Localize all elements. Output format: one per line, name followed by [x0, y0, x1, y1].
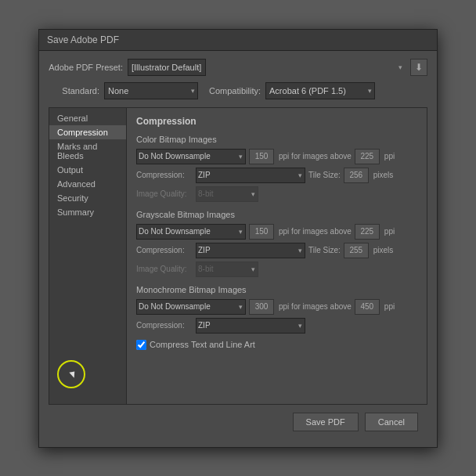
sidebar-item-marks-bleeds[interactable]: Marks and Bleeds: [49, 139, 126, 163]
mono-comp-wrapper[interactable]: ZIP: [196, 318, 305, 334]
mono-downsample-select[interactable]: Do Not Downsample: [136, 299, 246, 315]
preset-select[interactable]: [Illustrator Default]: [128, 59, 206, 76]
color-comp-select[interactable]: ZIP: [196, 168, 305, 183]
mono-ppi-input[interactable]: [249, 299, 274, 315]
standard-select-wrapper[interactable]: None: [104, 82, 198, 99]
sidebar-item-output[interactable]: Output: [49, 163, 126, 177]
color-bitmap-title: Color Bitmap Images: [136, 135, 417, 144]
gray-bitmap-title: Grayscale Bitmap Images: [136, 210, 417, 219]
standard-select[interactable]: None: [104, 82, 198, 99]
dialog-footer: Save PDF Cancel: [49, 405, 427, 439]
gray-tile-label: Tile Size:: [308, 246, 341, 254]
gray-above-label: ppi for images above: [279, 227, 352, 236]
cursor-pointer: [70, 372, 74, 377]
gray-comp-label: Compression:: [136, 246, 193, 254]
sidebar-item-general[interactable]: General: [49, 111, 126, 125]
color-above-label: ppi for images above: [279, 152, 352, 160]
dialog-titlebar: Save Adobe PDF: [39, 30, 437, 51]
gray-ppi-label: ppi: [384, 227, 395, 236]
preset-row: Adobe PDF Preset: [Illustrator Default] …: [49, 59, 427, 76]
gray-comp-select[interactable]: ZIP: [196, 243, 305, 258]
color-tile-label: Tile Size:: [308, 171, 341, 179]
sidebar-item-compression[interactable]: Compression: [49, 125, 126, 139]
color-above-input[interactable]: [355, 149, 380, 164]
dialog-title: Save Adobe PDF: [47, 34, 119, 45]
section-title: Compression: [136, 116, 417, 127]
compat-select-wrapper[interactable]: Acrobat 6 (PDF 1.5): [265, 82, 375, 99]
gray-downsample-row: Do Not Downsample ppi for images above p…: [136, 224, 417, 240]
cancel-button[interactable]: Cancel: [365, 413, 418, 431]
gray-downsample-wrapper[interactable]: Do Not Downsample: [136, 224, 246, 240]
gray-quality-label: Image Quality:: [136, 265, 193, 273]
compat-select[interactable]: Acrobat 6 (PDF 1.5): [265, 82, 375, 99]
color-quality-label: Image Quality:: [136, 189, 193, 198]
color-downsample-select[interactable]: Do Not Downsample: [136, 149, 246, 164]
gray-quality-row: Image Quality: 8-bit: [136, 261, 417, 277]
compress-text-label: Compress Text and Line Art: [150, 340, 255, 349]
gray-quality-select: 8-bit: [196, 261, 258, 277]
dialog-body: Adobe PDF Preset: [Illustrator Default] …: [39, 51, 437, 447]
gray-ppi-input[interactable]: [249, 224, 274, 240]
color-quality-select: 8-bit: [196, 186, 258, 202]
color-ppi-label: ppi: [384, 152, 395, 160]
mono-above-input[interactable]: [355, 299, 380, 315]
mono-downsample-wrapper[interactable]: Do Not Downsample: [136, 299, 246, 315]
color-pixels-label: pixels: [373, 171, 394, 179]
color-compression-row: Compression: ZIP Tile Size: pixels: [136, 168, 417, 183]
compress-text-checkbox[interactable]: [136, 340, 146, 350]
mono-comp-select[interactable]: ZIP: [196, 318, 305, 334]
mono-compression-row: Compression: ZIP: [136, 318, 417, 334]
mono-downsample-row: Do Not Downsample ppi for images above p…: [136, 299, 417, 315]
gray-above-input[interactable]: [355, 224, 380, 240]
gray-tile-input[interactable]: [344, 243, 369, 258]
main-panel: Compression Color Bitmap Images Do Not D…: [127, 107, 427, 405]
color-downsample-row: Do Not Downsample ppi for images above p…: [136, 149, 417, 164]
gray-comp-wrapper[interactable]: ZIP: [196, 243, 305, 258]
gray-pixels-label: pixels: [373, 246, 394, 254]
gray-downsample-select[interactable]: Do Not Downsample: [136, 224, 246, 240]
sidebar-item-security[interactable]: Security: [49, 191, 126, 205]
mono-comp-label: Compression:: [136, 321, 193, 330]
compatibility-label: Compatibility:: [209, 86, 261, 96]
sidebar-item-summary[interactable]: Summary: [49, 205, 126, 219]
color-quality-row: Image Quality: 8-bit: [136, 186, 417, 202]
gray-quality-wrapper: 8-bit: [196, 261, 258, 277]
mono-above-label: ppi for images above: [279, 302, 352, 311]
standard-label: Standard:: [49, 86, 99, 96]
save-pdf-dialog: Save Adobe PDF Adobe PDF Preset: [Illust…: [38, 29, 438, 448]
mono-bitmap-title: Monochrome Bitmap Images: [136, 285, 417, 294]
color-comp-wrapper[interactable]: ZIP: [196, 168, 305, 183]
preset-select-wrapper[interactable]: [Illustrator Default]: [128, 59, 406, 76]
sidebar-item-advanced[interactable]: Advanced: [49, 177, 126, 191]
cloud-icon: ⬇: [415, 62, 423, 73]
preset-icon-button[interactable]: ⬇: [410, 59, 427, 76]
compress-text-row: Compress Text and Line Art: [136, 340, 417, 350]
color-tile-input[interactable]: [344, 168, 369, 183]
content-area: General Compression Marks and Bleeds Out…: [49, 107, 427, 405]
gray-compression-row: Compression: ZIP Tile Size: pixels: [136, 243, 417, 258]
color-ppi-input[interactable]: [249, 149, 274, 164]
standard-row: Standard: None Compatibility: Acrobat 6 …: [49, 82, 427, 99]
mono-ppi-label: ppi: [384, 302, 395, 311]
color-comp-label: Compression:: [136, 171, 193, 179]
color-quality-wrapper: 8-bit: [196, 186, 258, 202]
save-pdf-button[interactable]: Save PDF: [293, 413, 359, 431]
color-downsample-wrapper[interactable]: Do Not Downsample: [136, 149, 246, 164]
sidebar: General Compression Marks and Bleeds Out…: [49, 107, 127, 405]
preset-label: Adobe PDF Preset:: [49, 63, 123, 72]
cursor-circle: [57, 360, 85, 388]
